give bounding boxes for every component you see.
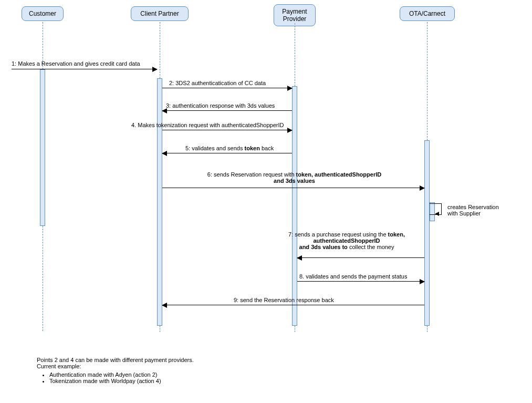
- footer-notes: Points 2 and 4 can be made with differen…: [37, 357, 194, 384]
- msg2-arrow: [162, 88, 292, 88]
- msg1-label: 1: Makes a Reservation and gives credit …: [12, 60, 140, 67]
- msg5-arrow: [162, 153, 292, 153]
- lifeline-payment-provider: [295, 23, 295, 86]
- msg7-a: 7: sends a purchase request using the: [288, 231, 388, 237]
- msg7-e: collect the money: [348, 244, 394, 250]
- msg6-bold-c: and 3ds values: [274, 178, 315, 184]
- msg7-arrow: [297, 257, 424, 258]
- lifeline-client-partner: [160, 326, 160, 332]
- footer-li1: Authentication made with Adyen (action 2…: [49, 371, 194, 378]
- activation-customer: [40, 69, 45, 226]
- msg9-arrow: [162, 305, 424, 305]
- msg9-label: 9: send the Reservation response back: [234, 297, 334, 303]
- msg6-text-a: 6: sends Reservation request with: [207, 171, 296, 178]
- self-msg-b: with Supplier: [447, 210, 481, 216]
- lifeline-customer: [43, 226, 43, 331]
- participant-customer: Customer: [22, 6, 64, 21]
- msg6-label: 6: sends Reservation request with token,…: [164, 171, 424, 184]
- msg5-text-a: 5: validates and sends: [185, 145, 245, 151]
- msg4-arrow: [162, 130, 292, 130]
- msg6-bold-b: token, authenticatedShopperID: [296, 171, 382, 178]
- msg5-label: 5: validates and sends token back: [185, 145, 274, 151]
- msg3-label: 3: authentication response with 3ds valu…: [166, 102, 275, 109]
- participant-client-partner: Client Partner: [131, 6, 189, 21]
- msg4-label: 4. Makes tokenization request with authe…: [131, 122, 284, 128]
- msg5-text-c: back: [260, 145, 274, 151]
- msg6-arrow: [162, 188, 424, 188]
- lifeline-ota-carnect: [427, 326, 427, 332]
- msg7-d: and 3ds values to: [299, 244, 348, 250]
- footer-li2: Tokenization made with Worldpay (action …: [49, 378, 194, 384]
- lifeline-client-partner: [160, 22, 160, 78]
- self-msg-label: creates Reservationwith Supplier: [447, 204, 499, 216]
- footer-intro: Points 2 and 4 can be made with differen…: [37, 357, 194, 369]
- msg1-arrow: [12, 69, 157, 69]
- msg8-label: 8. validates and sends the payment statu…: [299, 273, 407, 280]
- lifeline-payment-provider: [295, 326, 295, 332]
- self-loop-arrowhead: [435, 212, 439, 216]
- lifeline-ota-carnect: [427, 22, 427, 140]
- activation-payment-provider: [292, 86, 297, 326]
- msg5-token: token: [245, 145, 260, 151]
- msg7-c: authenticatedShopperID: [313, 237, 380, 244]
- msg8-arrow: [297, 281, 424, 282]
- participant-ota-carnect: OTA/Carnect: [400, 6, 455, 21]
- msg3-arrow: [162, 110, 292, 111]
- msg7-b: token,: [388, 231, 405, 237]
- msg7-label: 7: sends a purchase request using the to…: [268, 231, 425, 250]
- msg2-label: 2: 3DS2 authenticatication of CC data: [169, 80, 266, 86]
- activation-client-partner: [157, 78, 162, 326]
- self-msg-a: creates Reservation: [447, 204, 499, 210]
